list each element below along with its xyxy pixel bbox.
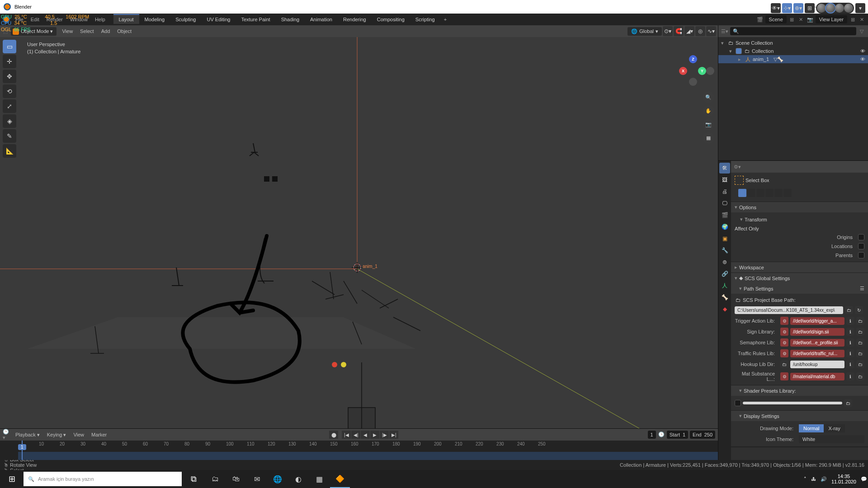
viewlayer-dropdown[interactable]: View Layer (816, 15, 847, 23)
panel-options[interactable]: ▾Options (731, 202, 868, 212)
tb-explorer[interactable]: 🗂 (205, 470, 225, 488)
pivot-dropdown[interactable]: ⊙▾ (663, 26, 673, 36)
tool-transform[interactable]: ◈ (3, 114, 16, 128)
taskbar-clock[interactable]: 14:3511.01.2020 (831, 474, 856, 484)
ptab-constraint[interactable]: 🔗 (719, 268, 730, 279)
props-editor-button[interactable]: ⚙▾ (734, 163, 741, 170)
vp-menu-view[interactable]: View (58, 27, 76, 36)
ptab-world[interactable]: 🌍 (719, 221, 730, 232)
add-workspace-button[interactable]: + (440, 15, 450, 24)
ol-item-anim1[interactable]: ▸人anim_1▽🦴👁 (718, 55, 868, 63)
shader-check[interactable] (735, 400, 741, 406)
workspace-scripting[interactable]: Scripting (410, 14, 440, 24)
workspace-animation[interactable]: Animation (305, 14, 338, 24)
xo-btn-3[interactable] (756, 189, 764, 197)
overlays-toggle[interactable]: ⊕▾ (793, 3, 803, 13)
tool-rotate[interactable]: ⟲ (3, 84, 16, 98)
panel-path-settings[interactable]: ▾Path Settings☰ (731, 283, 868, 294)
panel-transform[interactable]: ▾Transform (735, 214, 864, 225)
snap-dropdown[interactable]: ◢▾ (684, 26, 694, 36)
scs-row-5-info[interactable]: ℹ (846, 372, 854, 380)
3d-viewport[interactable]: anim_1 User Perspective (1) Collection |… (0, 37, 718, 428)
orientation-dropdown[interactable]: 🌐 Global ▾ (627, 27, 662, 36)
xo-btn-5[interactable] (774, 189, 783, 197)
outliner-editor-button[interactable]: ☰▾ (721, 28, 728, 35)
xo-btn-6[interactable] (783, 189, 792, 197)
proportional-dropdown[interactable]: ∿▾ (706, 26, 716, 36)
menu-edit[interactable]: Edit (27, 15, 43, 24)
action-center[interactable]: 💬 (861, 476, 867, 482)
ptab-output[interactable]: 🖨 (719, 186, 730, 197)
scs-row-1-input[interactable]: //def/world/sign.sii (790, 328, 844, 336)
shade-rendered[interactable] (844, 4, 853, 13)
scs-row-3-info[interactable]: ℹ (846, 349, 854, 357)
visibility-dropdown[interactable]: 👁▾ (771, 3, 781, 13)
timeline-ruler[interactable]: 1 10203040506070809010011012013014015016… (0, 441, 718, 460)
scs-row-3-browse[interactable]: 🗀 (856, 349, 864, 357)
scs-row-4-input[interactable]: /unit/hookup (790, 361, 844, 368)
panel-shader-presets[interactable]: ▾Shader Presets Library: (731, 385, 868, 396)
outliner-search[interactable]: 🔍 (730, 27, 856, 35)
panel-display-settings[interactable]: ▾Display Settings (731, 411, 868, 421)
shader-path[interactable] (743, 402, 842, 404)
preview-range-button[interactable]: 🕓 (658, 431, 665, 438)
keyframe-prev[interactable]: ◀| (351, 431, 360, 439)
shade-matprev[interactable] (835, 4, 844, 13)
scs-row-1-info[interactable]: ℹ (846, 328, 854, 336)
zoom-button[interactable]: 🔍 (703, 91, 714, 103)
scs-row-2-input[interactable]: //def/worl...e_profile.sii (790, 339, 844, 347)
vp-menu-select[interactable]: Select (76, 27, 98, 36)
camera-button[interactable]: 📷 (703, 118, 714, 130)
panel-scs-global[interactable]: ▾◆ SCS Global Settings (731, 273, 868, 283)
tb-store[interactable]: 🛍 (226, 470, 246, 488)
scs-row-4-info[interactable]: ℹ (846, 360, 854, 368)
ptab-object[interactable]: ▣ (719, 233, 730, 244)
scs-row-0-icon[interactable]: ⚙ (780, 317, 788, 325)
start-button[interactable]: ⊞ (1, 470, 23, 488)
scs-row-3-icon[interactable]: ⚙ (780, 349, 788, 357)
ptab-armature[interactable]: 人 (719, 280, 730, 291)
scs-row-2-info[interactable]: ℹ (846, 338, 854, 347)
menu-window[interactable]: Window (66, 15, 91, 24)
tray-network[interactable]: 🖧 (811, 476, 816, 482)
origins-check[interactable] (858, 234, 864, 240)
base-path-input[interactable]: C:\Users\unsal\Docum...K108_ATS_1.34xx_e… (735, 306, 843, 314)
gizmo-toggle[interactable]: ⊹▾ (782, 3, 792, 13)
scs-row-0-info[interactable]: ℹ (846, 317, 854, 325)
shading-dropdown[interactable]: ▾ (855, 3, 865, 13)
tool-scale[interactable]: ⤢ (3, 99, 16, 113)
icon-theme-dropdown[interactable]: White (799, 435, 864, 443)
tl-menu-marker[interactable]: Marker (88, 430, 110, 439)
ptab-render[interactable]: 🖼 (719, 174, 730, 185)
scs-row-0-input[interactable]: //def/world/trigger_a... (790, 317, 844, 325)
scs-row-2-browse[interactable]: 🗀 (856, 338, 864, 347)
outliner-filter-button[interactable]: ▽ (858, 28, 865, 35)
snap-toggle[interactable]: 🧲 (674, 26, 684, 36)
scs-row-5-input[interactable]: //material/material.db (790, 373, 844, 380)
xray-toggle[interactable]: ⊞ (805, 3, 815, 13)
play-rev[interactable]: ◀ (361, 431, 370, 439)
current-frame[interactable]: 1 (648, 431, 656, 439)
tb-app1[interactable]: ◐ (288, 470, 308, 488)
ol-collection[interactable]: ▾🗀Collection👁 (718, 47, 868, 55)
drawmode-toggle[interactable]: NormalX-ray (799, 424, 864, 432)
vp-menu-add[interactable]: Add (98, 27, 114, 36)
base-path-browse[interactable]: 🗀 (845, 306, 853, 314)
workspace-compositing[interactable]: Compositing (372, 14, 410, 24)
xo-btn-4[interactable] (765, 189, 774, 197)
new-viewlayer-button[interactable]: ⊞ (849, 16, 856, 23)
taskbar-search[interactable]: 🔍 Aramak için buraya yazın (24, 472, 182, 486)
autokey-toggle[interactable]: ⬤ (329, 431, 338, 439)
tool-measure[interactable]: 📐 (3, 144, 16, 158)
tl-menu-view[interactable]: View (70, 430, 88, 439)
play-fwd[interactable]: ▶ (370, 431, 379, 439)
jump-end[interactable]: ▶| (389, 431, 398, 439)
tool-annotate[interactable]: ✎ (3, 129, 16, 143)
scs-row-4-browse[interactable]: 🗀 (856, 360, 864, 368)
proportional-toggle[interactable]: ◎ (695, 26, 705, 36)
ptab-scs[interactable]: ◆ (719, 304, 730, 314)
ptab-scene[interactable]: 🎬 (719, 210, 730, 221)
tb-mail[interactable]: ✉ (247, 470, 267, 488)
del-viewlayer-button[interactable]: ✕ (858, 16, 865, 23)
workspace-rendering[interactable]: Rendering (338, 14, 372, 24)
